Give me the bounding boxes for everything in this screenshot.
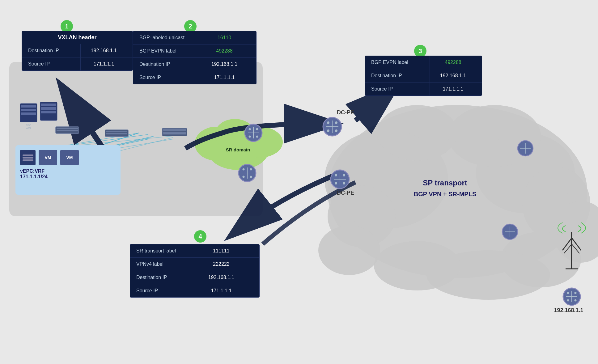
table-bgp-evpn: BGP EVPN label 492288 Destination IP 192…	[365, 56, 482, 96]
sp-transport-label: SP transport	[423, 179, 467, 187]
table-evpn-row-2: Destination IP 192.168.1.1	[365, 69, 482, 83]
svg-point-88	[575, 299, 577, 302]
table-sr-row-3: Destination IP 192.168.1.1	[130, 271, 259, 284]
dc-pe-1-label: DC-PE	[337, 109, 354, 116]
table-bgp-value-4: 171.1.1.1	[201, 71, 248, 84]
svg-point-0	[328, 105, 587, 278]
svg-point-2	[476, 133, 575, 213]
destination-ip-label: 192.168.1.1	[554, 307, 583, 313]
table-bgp-row-3: Destination IP 192.168.1.1	[133, 58, 256, 71]
table-evpn-label-1: BGP EVPN label	[365, 56, 430, 69]
table-evpn-label-2: Destination IP	[365, 69, 430, 82]
svg-point-87	[567, 299, 569, 302]
svg-point-86	[575, 292, 577, 294]
table-bgp-label-1: BGP-labeled unicast	[133, 31, 201, 44]
badge-4: 4	[194, 230, 206, 243]
svg-point-7	[328, 185, 396, 247]
main-container: SP transport BGP VPN + SR-MPLS SR domain…	[0, 0, 598, 364]
table-sr-value-4: 171.1.1.1	[198, 284, 244, 297]
svg-point-32	[335, 121, 337, 124]
table-sr-row-1: SR transport label 111111	[130, 244, 259, 258]
svg-point-6	[553, 201, 598, 263]
badge-3: 3	[414, 45, 426, 57]
svg-point-89	[518, 141, 533, 156]
svg-point-33	[327, 129, 329, 132]
table-bgp-row-1: BGP-labeled unicast 16110	[133, 31, 256, 44]
svg-line-80	[572, 244, 579, 253]
table-vxlan-value-2: 171.1.1.1	[81, 57, 127, 70]
table-sr-label-2: VPNv4 label	[130, 258, 198, 271]
svg-point-9	[501, 232, 581, 287]
svg-line-78	[572, 238, 581, 250]
table-evpn-value-1: 492288	[430, 56, 476, 69]
svg-point-82	[563, 288, 580, 305]
table-sr-label-3: Destination IP	[130, 271, 198, 284]
svg-line-79	[564, 244, 572, 253]
svg-point-34	[335, 129, 337, 132]
svg-point-92	[502, 224, 518, 239]
table-vxlan-row-1: Destination IP 192.168.1.1	[22, 44, 133, 57]
table-bgp-value-2: 492288	[201, 44, 248, 57]
server-icon	[20, 150, 36, 165]
table-sr-row-4: Source IP 171.1.1.1	[130, 284, 259, 297]
svg-point-40	[335, 182, 337, 184]
dc-pe-2-label: DC-PE	[337, 190, 354, 196]
table-bgp-unicast: BGP-labeled unicast 16110 BGP EVPN label…	[133, 31, 257, 84]
table-evpn-label-3: Source IP	[365, 83, 430, 95]
table-bgp-row-2: BGP EVPN label 492288	[133, 44, 256, 58]
vepc-icons: VM VM	[20, 150, 79, 165]
svg-point-10	[426, 250, 550, 300]
badge-1: 1	[61, 20, 73, 32]
svg-point-3	[448, 105, 541, 167]
table-evpn-row-1: BGP EVPN label 492288	[365, 56, 482, 69]
table-sr-value-1: 111111	[198, 244, 244, 257]
svg-point-38	[335, 174, 337, 176]
table-sr-value-2: 222222	[198, 258, 244, 271]
svg-point-35	[331, 170, 349, 188]
vm-box-1: VM	[39, 150, 57, 165]
svg-point-8	[318, 226, 380, 275]
table-vxlan-value-1: 192.168.1.1	[81, 44, 127, 57]
table-vxlan-header: VXLAN header	[22, 31, 133, 44]
table-vxlan-label-2: Source IP	[22, 57, 81, 70]
table-sr-label-4: Source IP	[130, 284, 198, 297]
svg-point-85	[567, 292, 569, 294]
table-sr-label-1: SR transport label	[130, 244, 198, 257]
table-vxlan-row-2: Source IP 171.1.1.1	[22, 57, 133, 70]
table-evpn-row-3: Source IP 171.1.1.1	[365, 83, 482, 95]
svg-point-39	[343, 174, 345, 176]
vm-box-2: VM	[60, 150, 79, 165]
table-sr-row-2: VPNv4 label 222222	[130, 258, 259, 271]
table-vxlan-label-1: Destination IP	[22, 44, 81, 57]
svg-point-28	[323, 117, 341, 136]
table-bgp-row-4: Source IP 171.1.1.1	[133, 71, 256, 84]
table-vxlan: VXLAN header Destination IP 192.168.1.1 …	[22, 31, 133, 71]
badge-2: 2	[184, 20, 197, 32]
svg-point-11	[374, 241, 460, 290]
table-sr-value-3: 192.168.1.1	[198, 271, 244, 284]
table-bgp-label-2: BGP EVPN label	[133, 44, 201, 57]
svg-point-31	[327, 121, 329, 124]
table-evpn-value-3: 171.1.1.1	[430, 83, 476, 95]
svg-point-1	[324, 130, 448, 229]
table-bgp-label-4: Source IP	[133, 71, 201, 84]
svg-point-4	[377, 105, 457, 161]
table-bgp-label-3: Destination IP	[133, 58, 201, 71]
vepc-box: VM VM vEPC:VRF 171.1.1.1/24	[15, 145, 121, 195]
table-bgp-value-3: 192.168.1.1	[201, 58, 248, 71]
table-bgp-value-1: 16110	[201, 31, 248, 44]
svg-line-77	[562, 238, 572, 250]
sp-transport-sublabel: BGP VPN + SR-MPLS	[414, 191, 476, 197]
table-sr-transport: SR transport label 111111 VPNv4 label 22…	[130, 244, 260, 298]
vepc-label: vEPC:VRF 171.1.1.1/24	[20, 168, 48, 180]
svg-point-5	[522, 167, 590, 241]
svg-point-41	[343, 182, 345, 184]
table-evpn-value-2: 192.168.1.1	[430, 69, 476, 82]
